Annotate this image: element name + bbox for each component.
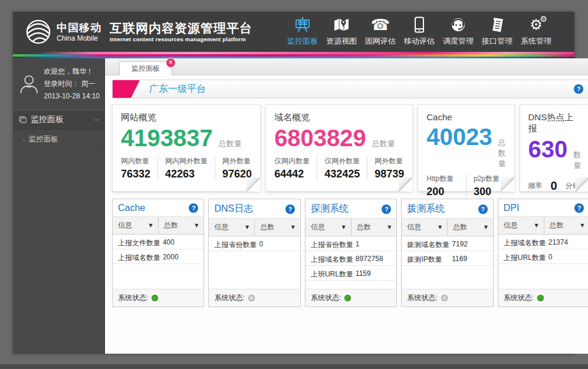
sidebar-item-label: 监控面板 bbox=[29, 134, 58, 144]
welcome-text: 欢迎您，魏华！ bbox=[44, 65, 100, 78]
help-icon[interactable]: ? bbox=[478, 205, 488, 214]
status-label: 系统状态: bbox=[407, 293, 437, 303]
dropdown-total[interactable]: 总数▼ bbox=[544, 217, 588, 234]
table-row: 上报URL数量0 bbox=[498, 249, 588, 264]
collapse-icon[interactable]: − bbox=[94, 116, 98, 124]
help-icon[interactable]: ? bbox=[189, 203, 198, 213]
folded-corner bbox=[399, 177, 413, 192]
stat-value: 0 bbox=[551, 179, 557, 193]
stat-value: 432425 bbox=[324, 168, 360, 180]
help-icon[interactable]: ? bbox=[574, 203, 584, 213]
table-row: 拨测域名数量7192 bbox=[402, 236, 492, 251]
dropdown-info[interactable]: 信息▼ bbox=[498, 217, 544, 234]
card-value: 6803829 bbox=[274, 124, 366, 151]
status-dot bbox=[441, 295, 448, 301]
status-label: 系统状态: bbox=[214, 293, 244, 303]
folded-corner bbox=[576, 177, 588, 192]
main-content: 监控面板 × 广东一级平台 ? 网站概览 4193837 总数量 bbox=[105, 58, 588, 354]
table-row: 上报省份数量1 bbox=[306, 236, 396, 251]
chevron-down-icon: ▼ bbox=[341, 225, 345, 230]
tab-strip: 监控面板 × bbox=[105, 58, 588, 75]
dropdown-total[interactable]: 总数▼ bbox=[254, 219, 300, 236]
folded-corner bbox=[247, 177, 261, 192]
dropdown-info[interactable]: 信息▼ bbox=[306, 219, 351, 236]
nav-item-interface-mgmt[interactable]: 接口管理 bbox=[478, 14, 517, 50]
title-flag bbox=[113, 80, 140, 98]
china-mobile-logo-icon bbox=[25, 18, 52, 45]
panel-cache: Cache ? 信息▼ 总数▼ 上报文件数量400 上报域名数量2000 系统状… bbox=[112, 199, 204, 307]
panel-dpi: DPI ? 信息▼ 总数▼ 上报域名数量21374 上报URL数量0 系统状态: bbox=[498, 199, 588, 307]
stat-label: 仅网内数量 bbox=[274, 156, 310, 166]
stat-cards: 网站概览 4193837 总数量 网内数量76332 网内网外数量42263 网… bbox=[112, 104, 588, 192]
table-row: 上报文件数量400 bbox=[113, 235, 203, 249]
panel-title: 拨测系统 bbox=[407, 203, 445, 215]
nav-label: 系统管理 bbox=[521, 36, 551, 47]
sidebar-group-label: 监控面板 bbox=[31, 114, 94, 125]
help-icon[interactable]: ? bbox=[285, 205, 295, 214]
nav-item-mobile-eval[interactable]: 移动评估 bbox=[400, 14, 439, 50]
status-dot bbox=[152, 295, 158, 301]
dropdown-info[interactable]: 信息▼ bbox=[209, 219, 254, 236]
panel-dns-log: DNS日志 ? 信息▼ 总数▼ 上报省份数量0 系统状态: bbox=[208, 199, 300, 307]
close-icon[interactable]: × bbox=[166, 58, 176, 68]
status-dot bbox=[537, 295, 544, 301]
nav-label: 移动评估 bbox=[404, 36, 435, 47]
page-title: 广东一级平台 bbox=[149, 83, 206, 95]
sidebar: 欢迎您，魏华！ 登录时间： 周一 2013-10-28 14:10 监控面板 −… bbox=[13, 58, 105, 354]
help-icon[interactable]: ? bbox=[382, 205, 391, 214]
top-nav: 监控面板 资源视图 ☎ 固网评估 bbox=[283, 14, 556, 50]
dropdown-total[interactable]: 总数▼ bbox=[447, 219, 493, 236]
card-value: 4193837 bbox=[121, 124, 213, 151]
sidebar-item-monitor-panel[interactable]: · 监控面板 bbox=[13, 130, 104, 150]
chevron-down-icon: ▼ bbox=[534, 223, 538, 228]
panel-probe-system: 探测系统 ? 信息▼ 总数▼ 上报省份数量1 上报域名数量8972758 上班U… bbox=[305, 199, 397, 307]
dropdown-info[interactable]: 信息▼ bbox=[113, 217, 158, 234]
login-time: 2013-10-28 14:10 bbox=[44, 90, 100, 103]
card-value: 40023 bbox=[426, 123, 492, 150]
help-icon[interactable]: ? bbox=[574, 84, 583, 94]
dropdown-total[interactable]: 总数▼ bbox=[158, 217, 204, 234]
headset-icon bbox=[450, 16, 467, 34]
card-cache: Cache 40023 总数量 Http数量200 p2p数量300 bbox=[418, 104, 514, 192]
nav-item-monitor-panel[interactable]: 监控面板 bbox=[283, 14, 322, 50]
nav-label: 资源视图 bbox=[326, 36, 357, 47]
stat-label: 网内网外数量 bbox=[165, 156, 208, 166]
card-dns-hotspot: DNS热点上报 630 数量 频率 0 分钟 bbox=[520, 104, 588, 192]
sidebar-group-monitor-panel[interactable]: 监控面板 − bbox=[13, 110, 104, 130]
nav-item-resource-view[interactable]: 资源视图 bbox=[322, 14, 361, 50]
dropdown-info[interactable]: 信息▼ bbox=[402, 219, 447, 236]
mobile-icon bbox=[414, 16, 425, 34]
nav-label: 监控面板 bbox=[287, 36, 318, 47]
table-row: 上班URL数量1159 bbox=[306, 266, 396, 281]
card-value-label: 总数量 bbox=[372, 139, 395, 149]
gears-icon: ⚙ ⚙ bbox=[530, 16, 543, 34]
nav-item-dispatch-mgmt[interactable]: 调度管理 bbox=[439, 14, 478, 50]
table-row: 拨测IP数量1169 bbox=[402, 251, 492, 266]
chevron-down-icon: ▼ bbox=[580, 223, 584, 228]
table-row: 上报域名数量2000 bbox=[113, 249, 203, 264]
status-label: 系统状态: bbox=[504, 293, 534, 303]
stat-value: 200 bbox=[426, 186, 459, 198]
stat-label: 网外数量 bbox=[222, 156, 252, 166]
stat-label: Http数量 bbox=[426, 174, 459, 184]
app-window: 中国移动 China Mobile 互联网内容资源管理平台 Internet c… bbox=[13, 12, 574, 354]
stat-label: 频率 bbox=[528, 181, 543, 191]
folder-small-icon bbox=[19, 116, 27, 123]
card-value-label: 数量 bbox=[573, 150, 581, 171]
chevron-down-icon: ▼ bbox=[245, 225, 249, 230]
tab-monitor-panel[interactable]: 监控面板 × bbox=[119, 61, 172, 75]
platform-title: 互联网内容资源管理平台 bbox=[110, 22, 252, 34]
chevron-down-icon: ▼ bbox=[195, 223, 198, 228]
dropdown-total[interactable]: 总数▼ bbox=[351, 219, 397, 236]
stat-label: 网内数量 bbox=[121, 156, 150, 166]
bullet-icon: · bbox=[22, 138, 25, 141]
folded-corner bbox=[501, 177, 515, 192]
panel-title: DPI bbox=[504, 203, 520, 213]
chevron-down-icon: ▼ bbox=[484, 225, 488, 230]
user-info: 欢迎您，魏华！ 登录时间： 周一 2013-10-28 14:10 bbox=[13, 58, 104, 110]
stat-value: 76332 bbox=[121, 168, 150, 180]
nav-item-system-mgmt[interactable]: ⚙ ⚙ 系统管理 bbox=[517, 14, 556, 50]
status-label: 系统状态: bbox=[118, 293, 148, 303]
nav-item-fixed-network-eval[interactable]: ☎ 固网评估 bbox=[361, 14, 400, 50]
app-header: 中国移动 China Mobile 互联网内容资源管理平台 Internet c… bbox=[13, 12, 574, 52]
